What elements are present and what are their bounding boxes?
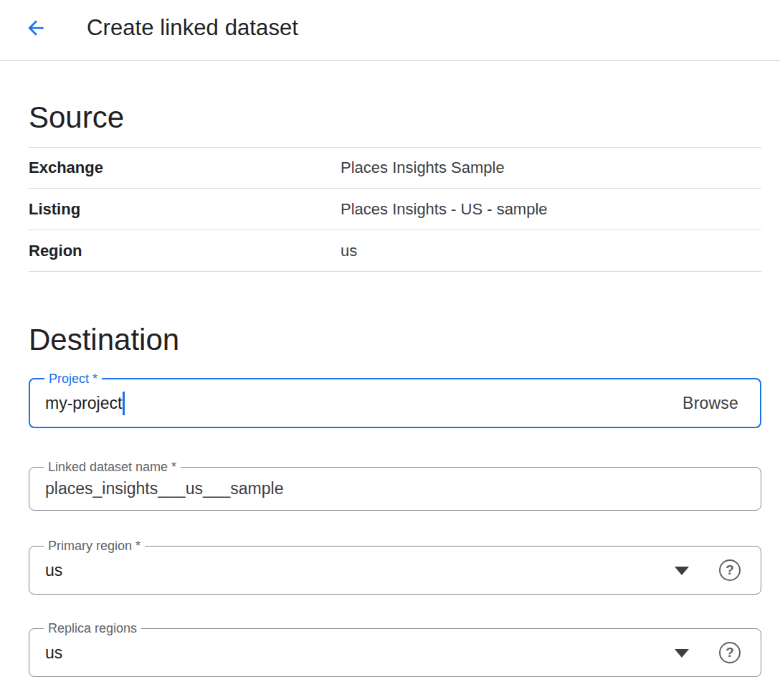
browse-button[interactable]: Browse [682,394,738,413]
primary-region-value: us [45,561,62,580]
back-button[interactable] [24,16,48,40]
table-row-exchange: Exchange Places Insights Sample [29,147,761,189]
project-input-value[interactable]: my-project [45,394,122,413]
linked-dataset-name-value[interactable]: places_insights___us___sample [45,479,283,498]
page-title: Create linked dataset [87,15,298,41]
page-header: Create linked dataset [0,0,780,61]
project-field-label: Project * [44,371,102,387]
source-section-heading: Source [29,101,761,134]
replica-regions-value: us [45,643,62,663]
replica-regions-select[interactable]: Replica regions us ? [29,628,761,677]
table-row-listing: Listing Places Insights - US - sample [29,189,761,230]
text-cursor [123,392,125,415]
linked-dataset-name-label: Linked dataset name * [44,459,181,475]
primary-region-select[interactable]: Primary region * us ? [29,546,761,595]
arrow-left-icon [24,16,47,39]
help-icon[interactable]: ? [719,642,741,663]
project-field[interactable]: Project * my-project Browse [29,378,761,428]
listing-label: Listing [29,200,341,219]
region-value: us [341,242,357,260]
exchange-label: Exchange [29,159,341,177]
table-row-region: Region us [29,230,761,272]
dropdown-arrow-icon[interactable] [675,567,689,575]
exchange-value: Places Insights Sample [341,159,505,177]
destination-section-heading: Destination [29,323,761,356]
replica-regions-label: Replica regions [44,620,141,636]
source-table: Exchange Places Insights Sample Listing … [29,147,761,272]
help-icon[interactable]: ? [719,559,741,581]
dropdown-arrow-icon[interactable] [675,649,689,658]
region-label: Region [29,242,341,260]
main-content: Source Exchange Places Insights Sample L… [0,101,780,677]
listing-value: Places Insights - US - sample [341,200,548,219]
primary-region-label: Primary region * [44,538,145,554]
linked-dataset-name-field[interactable]: Linked dataset name * places_insights___… [29,467,761,511]
